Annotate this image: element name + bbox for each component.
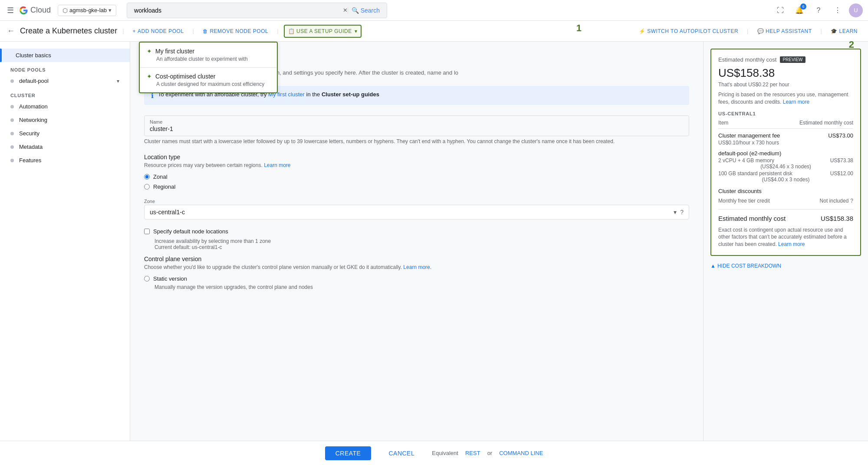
remove-node-pool-button[interactable]: 🗑 REMOVE NODE POOL: [199, 26, 272, 37]
page-title: Create a Kubernetes cluster: [20, 26, 117, 36]
dropdown-item-my-first-cluster[interactable]: ✦ My first cluster An affordable cluster…: [140, 43, 277, 67]
cost-divider: [718, 209, 853, 210]
notifications-button[interactable]: 🔔 6: [792, 3, 807, 18]
expand-icon: ▾: [117, 78, 119, 84]
clear-search-icon[interactable]: ✕: [343, 7, 348, 13]
security-dot: [10, 132, 14, 135]
specify-node-locations-group: Specify default node locations: [144, 228, 689, 235]
project-selector[interactable]: ⬡ agmsb-gke-lab ▾: [58, 5, 116, 16]
location-type-group: Location type Resource prices may vary b…: [144, 154, 689, 190]
sidebar-item-default-pool[interactable]: default-pool ▾: [0, 74, 130, 88]
zone-label: Zone: [144, 199, 689, 204]
guide-item2-icon: ✦: [147, 73, 152, 80]
setup-guide-dropdown: ✦ My first cluster An affordable cluster…: [139, 42, 278, 93]
control-plane-learn-more-link[interactable]: Learn more.: [403, 264, 431, 270]
name-hint: Cluster names must start with a lowercas…: [144, 138, 689, 145]
use-setup-guide-button[interactable]: 📋 USE A SETUP GUIDE ▾: [284, 25, 362, 38]
create-button[interactable]: CREATE: [325, 446, 372, 460]
cost-pricing-note: Pricing is based on the resources you us…: [718, 91, 853, 106]
zonal-radio-option[interactable]: Zonal: [144, 174, 689, 180]
preview-badge: PREVIEW: [780, 56, 805, 63]
features-label: Features: [19, 157, 41, 164]
cost-per-hour: That's about US$0.22 per hour: [718, 82, 853, 88]
more-options-button[interactable]: ⋮: [830, 3, 845, 18]
hamburger-menu[interactable]: ☰: [5, 4, 16, 17]
location-type-title: Location type: [144, 154, 689, 160]
discounts-title: Cluster discounts: [718, 188, 853, 194]
pricing-learn-more-link[interactable]: Learn more: [783, 99, 809, 105]
sidebar-item-features[interactable]: Features: [0, 154, 130, 167]
search-input[interactable]: [131, 7, 343, 14]
dropdown-item-cost-optimised[interactable]: ✦ Cost-optimised cluster A cluster desig…: [140, 68, 277, 92]
automation-label: Automation: [19, 103, 48, 110]
specify-node-label: Specify default node locations: [153, 228, 228, 235]
sidebar-item-networking[interactable]: Networking: [0, 113, 130, 127]
free-tier-help-icon[interactable]: ?: [850, 198, 853, 204]
node-pools-section-header: NODE POOLS: [0, 62, 130, 74]
hide-cost-button[interactable]: ▲ HIDE COST BREAKDOWN: [710, 263, 861, 269]
zone-help-icon[interactable]: ?: [680, 209, 684, 216]
pool-row: default-pool (e2-medium): [718, 150, 853, 157]
fullscreen-button[interactable]: ⛶: [773, 3, 788, 18]
add-node-pool-button[interactable]: + ADD NODE POOL: [129, 26, 187, 37]
cost-panel: Estimated monthly cost PREVIEW US$158.38…: [710, 49, 861, 256]
user-avatar[interactable]: U: [849, 3, 863, 17]
zone-select-group: Zone us-central1-c ▾ ?: [144, 199, 689, 219]
sidebar-item-metadata[interactable]: Metadata: [0, 140, 130, 154]
cancel-button[interactable]: CANCEL: [378, 446, 425, 460]
static-version-option[interactable]: Static version: [144, 275, 689, 282]
cost-table: Item Estimated monthly cost Cluster mana…: [718, 120, 853, 248]
back-button[interactable]: ←: [7, 26, 15, 36]
notification-count: 6: [800, 3, 806, 10]
search-container: ✕ 🔍 Search: [127, 3, 387, 18]
remove-icon: 🗑: [203, 28, 208, 34]
chevron-up-icon: ▲: [710, 263, 716, 269]
separator4: |: [747, 28, 748, 34]
sidebar-item-automation[interactable]: Automation: [0, 100, 130, 113]
chevron-down-icon: ▾: [108, 7, 112, 13]
guide-item1-icon: ✦: [147, 48, 152, 55]
my-first-cluster-title: ✦ My first cluster: [147, 48, 270, 55]
switch-autopilot-button[interactable]: ⚡ SWITCH TO AUTOPILOT CLUSTER: [635, 26, 742, 37]
control-plane-desc: Choose whether you'd like to upgrade the…: [144, 264, 689, 270]
control-plane-group: Control plane version Choose whether you…: [144, 255, 689, 291]
location-radio-group: Zonal Regional: [144, 174, 689, 190]
content-area: Cluster basics The new cluster will be c…: [130, 42, 703, 465]
separator3: |: [277, 28, 278, 34]
rest-link[interactable]: REST: [465, 450, 480, 456]
name-input[interactable]: [150, 125, 684, 132]
specify-node-checkbox[interactable]: [144, 229, 150, 234]
sidebar-item-cluster-basics[interactable]: Cluster basics: [0, 49, 130, 62]
cost-row-default-pool: default-pool (e2-medium) 2 vCPU + 4 GB m…: [718, 150, 853, 183]
my-first-cluster-desc: An affordable cluster to experiment with: [147, 56, 270, 62]
zone-dropdown-icon: ▾: [674, 209, 677, 216]
cost-row-mgmt-fee: Cluster management fee US$73.00 US$0.10/…: [718, 132, 853, 146]
pool-vcpu-sub: (US$24.46 x 3 nodes): [718, 164, 853, 170]
cost-region: US-CENTRAL1: [718, 111, 853, 116]
learn-icon: 🎓: [831, 28, 838, 34]
zone-select[interactable]: us-central1-c: [150, 209, 672, 216]
cluster-basics-label: Cluster basics: [16, 52, 51, 59]
cost-panel-title: Estimated monthly cost: [718, 56, 776, 63]
node-location-hint: Increase availability by selecting more …: [155, 238, 689, 250]
control-plane-title: Control plane version: [144, 255, 689, 262]
cost-footer-learn-more[interactable]: Learn more: [778, 241, 805, 247]
command-line-link[interactable]: COMMAND LINE: [499, 450, 543, 456]
learn-button[interactable]: 🎓 LEARN: [827, 26, 861, 37]
regional-radio[interactable]: [144, 184, 150, 190]
cost-optimised-title: ✦ Cost-optimised cluster: [147, 73, 270, 80]
zonal-radio[interactable]: [144, 174, 150, 180]
search-button[interactable]: 🔍 Search: [348, 7, 383, 14]
regional-radio-option[interactable]: Regional: [144, 183, 689, 190]
sidebar-item-security[interactable]: Security: [0, 127, 130, 140]
location-learn-more-link[interactable]: Learn more: [264, 162, 290, 168]
separator5: |: [821, 28, 822, 34]
or-text: or: [487, 450, 493, 456]
top-navbar: ☰ Cloud ⬡ agmsb-gke-lab ▾ ✕ 🔍 Search ⛶ 🔔…: [0, 0, 868, 21]
help-assistant-button[interactable]: 💬 HELP ASSISTANT: [754, 26, 815, 37]
assistant-icon: 💬: [757, 28, 764, 34]
dropdown-arrow-icon: ▾: [355, 28, 358, 34]
static-version-radio[interactable]: [144, 276, 150, 282]
help-button[interactable]: ?: [811, 3, 826, 18]
google-logo-icon: [19, 6, 28, 15]
